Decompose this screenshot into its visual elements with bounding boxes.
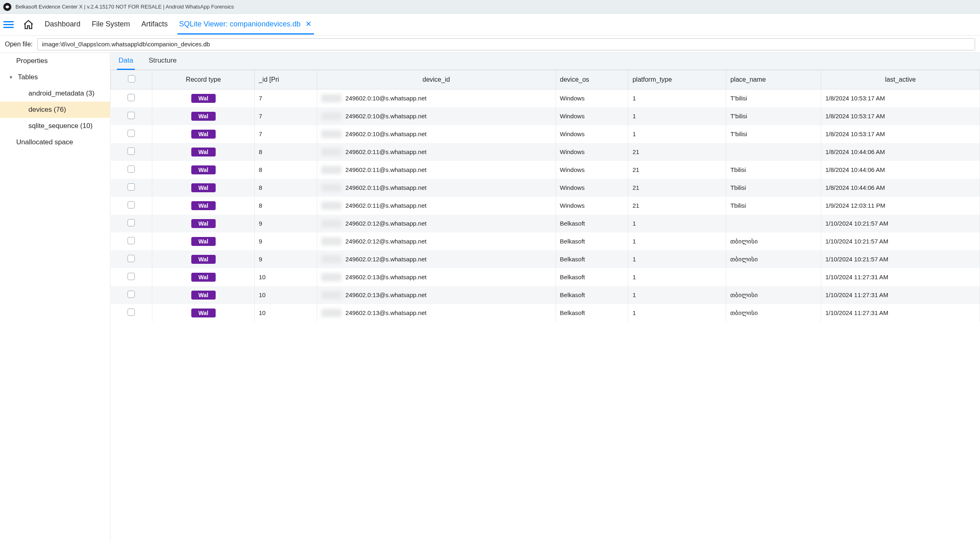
tree-table-android-metadata[interactable]: android_metadata (3) xyxy=(0,85,110,102)
cell-device-os: Belkasoft xyxy=(556,304,628,322)
table-row[interactable]: Wal8249602.0:11@s.whatsapp.netWindows21T… xyxy=(111,161,980,179)
table-row[interactable]: Wal8249602.0:11@s.whatsapp.netWindows21T… xyxy=(111,179,980,197)
tree-properties[interactable]: Properties xyxy=(0,53,110,69)
cell-id: 10 xyxy=(255,268,317,286)
row-checkbox[interactable] xyxy=(128,112,135,119)
redacted-segment xyxy=(321,291,342,299)
cell-place-name: Tbilisi xyxy=(726,197,821,215)
data-table-wrap[interactable]: Record type _id [Pri device_id device_os… xyxy=(110,70,980,541)
row-checkbox[interactable] xyxy=(128,165,135,173)
cell-id: 10 xyxy=(255,286,317,304)
cell-last-active: 1/10/2024 11:27:31 AM xyxy=(821,304,980,322)
menu-hamburger-icon[interactable] xyxy=(3,21,14,29)
home-icon[interactable] xyxy=(22,18,35,31)
cell-record-type: Wal xyxy=(152,125,255,143)
wal-badge: Wal xyxy=(191,291,216,300)
openfile-input[interactable] xyxy=(37,38,975,50)
table-row[interactable]: Wal10249602.0:13@s.whatsapp.netBelkasoft… xyxy=(111,268,980,286)
nav-artifacts[interactable]: Artifacts xyxy=(140,15,169,35)
close-tab-icon[interactable]: ✕ xyxy=(305,20,312,28)
row-checkbox-cell xyxy=(111,179,152,197)
row-checkbox[interactable] xyxy=(128,148,135,155)
table-row[interactable]: Wal7249602.0:10@s.whatsapp.netWindows1T'… xyxy=(111,125,980,143)
cell-device-id: 249602.0:10@s.whatsapp.net xyxy=(317,107,556,125)
device-id-text: 249602.0:10@s.whatsapp.net xyxy=(346,95,427,102)
row-checkbox-cell xyxy=(111,268,152,286)
col-last-active[interactable]: last_active xyxy=(821,70,980,89)
col-checkbox[interactable] xyxy=(111,70,152,89)
cell-platform-type: 21 xyxy=(628,143,726,161)
row-checkbox[interactable] xyxy=(128,94,135,101)
wal-badge: Wal xyxy=(191,148,216,156)
tree-table-sqlite-sequence[interactable]: sqlite_sequence (10) xyxy=(0,118,110,134)
cell-platform-type: 21 xyxy=(628,197,726,215)
nav-file-system[interactable]: File System xyxy=(90,15,132,35)
row-checkbox[interactable] xyxy=(128,219,135,226)
cell-place-name: T'bilisi xyxy=(726,107,821,125)
cell-device-id: 249602.0:11@s.whatsapp.net xyxy=(317,161,556,179)
tree-tables[interactable]: ▼ Tables xyxy=(0,69,110,85)
chevron-down-icon[interactable]: ▼ xyxy=(7,75,15,80)
table-row[interactable]: Wal8249602.0:11@s.whatsapp.netWindows21T… xyxy=(111,197,980,215)
cell-record-type: Wal xyxy=(152,107,255,125)
table-row[interactable]: Wal7249602.0:10@s.whatsapp.netWindows1T'… xyxy=(111,107,980,125)
row-checkbox[interactable] xyxy=(128,201,135,209)
table-row[interactable]: Wal7249602.0:10@s.whatsapp.netWindows1T'… xyxy=(111,89,980,107)
device-id-text: 249602.0:11@s.whatsapp.net xyxy=(346,148,427,155)
cell-device-id: 249602.0:11@s.whatsapp.net xyxy=(317,143,556,161)
cell-device-os: Belkasoft xyxy=(556,232,628,250)
row-checkbox[interactable] xyxy=(128,291,135,298)
col-place-name[interactable]: place_name xyxy=(726,70,821,89)
cell-record-type: Wal xyxy=(152,179,255,197)
subtab-structure[interactable]: Structure xyxy=(147,53,178,70)
col-device-id[interactable]: device_id xyxy=(317,70,556,89)
row-checkbox-cell xyxy=(111,197,152,215)
table-row[interactable]: Wal10249602.0:13@s.whatsapp.netBelkasoft… xyxy=(111,286,980,304)
redacted-segment xyxy=(321,309,342,317)
cell-device-id: 249602.0:10@s.whatsapp.net xyxy=(317,125,556,143)
col-record-type[interactable]: Record type xyxy=(152,70,255,89)
cell-device-id: 249602.0:13@s.whatsapp.net xyxy=(317,286,556,304)
col-device-os[interactable]: device_os xyxy=(556,70,628,89)
cell-id: 9 xyxy=(255,232,317,250)
cell-place-name xyxy=(726,268,821,286)
col-id[interactable]: _id [Pri xyxy=(255,70,317,89)
row-checkbox[interactable] xyxy=(128,130,135,137)
tree-table-devices[interactable]: devices (76) xyxy=(0,102,110,118)
cell-record-type: Wal xyxy=(152,268,255,286)
row-checkbox[interactable] xyxy=(128,237,135,244)
tree-unallocated[interactable]: Unallocated space xyxy=(0,134,110,150)
row-checkbox-cell xyxy=(111,232,152,250)
table-row[interactable]: Wal9249602.0:12@s.whatsapp.netBelkasoft1… xyxy=(111,215,980,232)
redacted-segment xyxy=(321,148,342,156)
cell-last-active: 1/10/2024 10:21:57 AM xyxy=(821,215,980,232)
wal-badge: Wal xyxy=(191,165,216,174)
col-platform-type[interactable]: platform_type xyxy=(628,70,726,89)
row-checkbox[interactable] xyxy=(128,273,135,280)
row-checkbox[interactable] xyxy=(128,309,135,316)
row-checkbox[interactable] xyxy=(128,183,135,191)
nav-dashboard[interactable]: Dashboard xyxy=(43,15,82,35)
redacted-segment xyxy=(321,237,342,246)
checkbox-header[interactable] xyxy=(128,75,135,83)
cell-device-id: 249602.0:13@s.whatsapp.net xyxy=(317,304,556,322)
table-row[interactable]: Wal10249602.0:13@s.whatsapp.netBelkasoft… xyxy=(111,304,980,322)
cell-last-active: 1/8/2024 10:44:06 AM xyxy=(821,161,980,179)
table-row[interactable]: Wal8249602.0:11@s.whatsapp.netWindows211… xyxy=(111,143,980,161)
row-checkbox[interactable] xyxy=(128,255,135,262)
device-id-text: 249602.0:11@s.whatsapp.net xyxy=(346,166,427,173)
sidebar-tree[interactable]: Properties ▼ Tables android_metadata (3)… xyxy=(0,53,110,541)
wal-badge: Wal xyxy=(191,201,216,210)
table-row[interactable]: Wal9249602.0:12@s.whatsapp.netBelkasoft1… xyxy=(111,232,980,250)
main: Properties ▼ Tables android_metadata (3)… xyxy=(0,53,980,541)
app-icon xyxy=(3,3,11,11)
device-id-text: 249602.0:11@s.whatsapp.net xyxy=(346,202,427,209)
cell-device-os: Belkasoft xyxy=(556,268,628,286)
cell-record-type: Wal xyxy=(152,304,255,322)
wal-badge: Wal xyxy=(191,183,216,192)
cell-last-active: 1/9/2024 12:03:11 PM xyxy=(821,197,980,215)
nav-sqlite-viewer[interactable]: SQLite Viewer: companiondevices.db ✕ xyxy=(177,15,314,35)
subtab-data[interactable]: Data xyxy=(117,53,135,70)
cell-platform-type: 1 xyxy=(628,304,726,322)
table-row[interactable]: Wal9249602.0:12@s.whatsapp.netBelkasoft1… xyxy=(111,250,980,268)
